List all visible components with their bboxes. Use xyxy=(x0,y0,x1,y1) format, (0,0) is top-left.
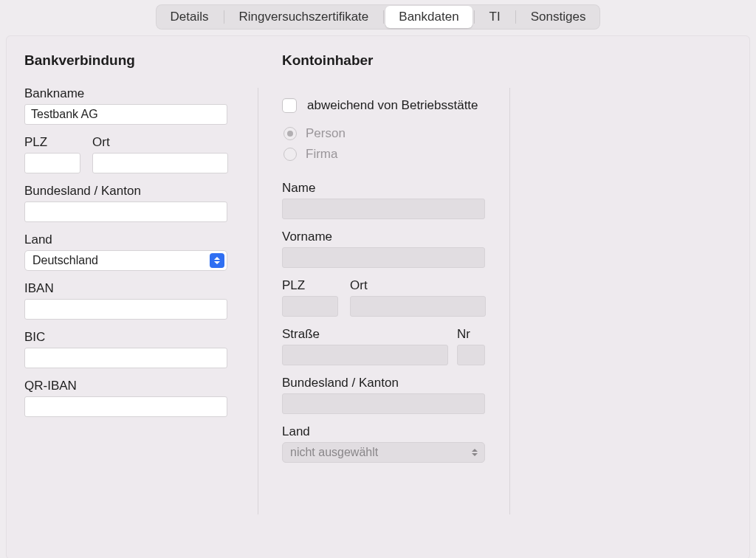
bank-plz-label: PLZ xyxy=(24,135,80,150)
bic-input[interactable] xyxy=(24,348,227,368)
holder-plz-label: PLZ xyxy=(282,278,338,293)
tab-bankdaten[interactable]: Bankdaten xyxy=(385,6,472,28)
bank-ort-input[interactable] xyxy=(92,153,228,173)
holder-nr-label: Nr xyxy=(457,327,485,342)
holder-vorname-input xyxy=(282,247,485,268)
qriban-input[interactable] xyxy=(24,396,227,417)
bank-state-input[interactable] xyxy=(24,202,227,222)
bic-label: BIC xyxy=(24,330,240,345)
updown-icon xyxy=(210,253,224,268)
holder-state-input xyxy=(282,393,485,414)
holder-plz-input xyxy=(282,296,338,317)
radio-person-label: Person xyxy=(306,126,346,141)
bank-column: Bankverbindung Bankname PLZ Ort Bundesla… xyxy=(7,36,258,558)
holder-state-label: Bundesland / Kanton xyxy=(282,376,492,390)
tab-ringversuchszertifikate[interactable]: Ringversuchszertifikate xyxy=(226,6,382,28)
holder-vorname-label: Vorname xyxy=(282,230,492,244)
qriban-label: QR-IBAN xyxy=(24,379,240,393)
holder-ort-label: Ort xyxy=(350,278,486,293)
iban-label: IBAN xyxy=(24,281,240,296)
diff-checkbox[interactable] xyxy=(282,98,297,113)
column-divider xyxy=(509,88,510,514)
radio-firma-label: Firma xyxy=(306,147,337,162)
holder-ort-input xyxy=(350,296,486,317)
tab-ti[interactable]: TI xyxy=(476,6,514,28)
radio-person[interactable] xyxy=(284,127,297,140)
tab-separator xyxy=(383,10,384,24)
holder-country-select: nicht ausgewählt xyxy=(282,442,485,463)
section-title-bank: Bankverbindung xyxy=(24,52,240,69)
bank-ort-label: Ort xyxy=(92,135,228,150)
bank-state-label: Bundesland / Kanton xyxy=(24,184,240,199)
bankname-input[interactable] xyxy=(24,104,227,125)
settings-panel: Bankverbindung Bankname PLZ Ort Bundesla… xyxy=(6,35,750,558)
section-title-holder: Kontoinhaber xyxy=(282,52,492,69)
tab-separator xyxy=(515,10,516,24)
holder-country-label: Land xyxy=(282,424,492,439)
holder-strasse-label: Straße xyxy=(282,327,448,342)
holder-column: Kontoinhaber abweichend von Betriebsstät… xyxy=(258,36,509,558)
bank-plz-input[interactable] xyxy=(24,153,80,173)
holder-name-input xyxy=(282,199,485,219)
tab-sonstiges[interactable]: Sonstiges xyxy=(518,6,599,28)
bank-country-value: Deutschland xyxy=(32,254,98,266)
tab-bar: Details Ringversuchszertifikate Bankdate… xyxy=(156,4,601,30)
holder-name-label: Name xyxy=(282,181,492,196)
holder-country-value: nicht ausgewählt xyxy=(290,446,378,458)
tab-separator xyxy=(224,10,224,24)
iban-input[interactable] xyxy=(24,299,227,320)
bank-country-label: Land xyxy=(24,232,240,247)
diff-checkbox-label: abweichend von Betriebsstätte xyxy=(307,98,478,113)
tab-details[interactable]: Details xyxy=(157,6,222,28)
tab-separator xyxy=(474,10,475,24)
bankname-label: Bankname xyxy=(24,86,240,101)
updown-icon xyxy=(467,445,482,460)
radio-firma[interactable] xyxy=(284,148,297,161)
holder-nr-input xyxy=(457,345,485,365)
holder-strasse-input xyxy=(282,345,448,365)
bank-country-select[interactable]: Deutschland xyxy=(24,250,227,271)
